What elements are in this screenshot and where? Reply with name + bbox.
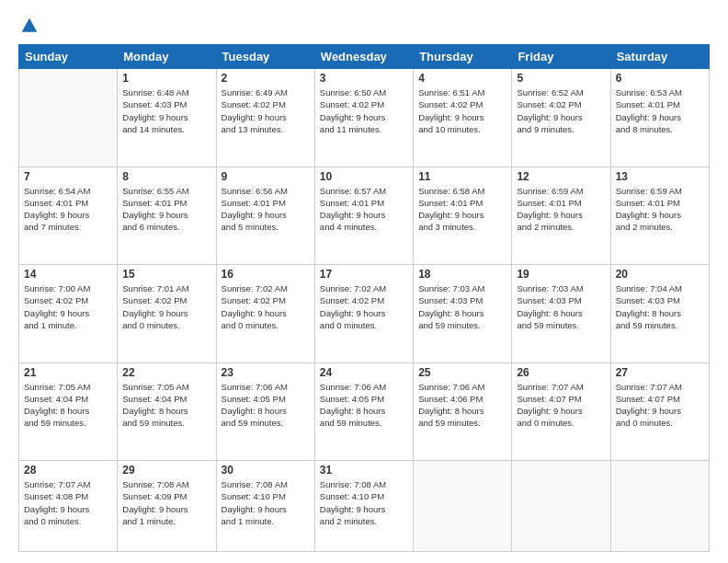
day-info: Sunrise: 7:00 AM Sunset: 4:02 PM Dayligh… xyxy=(24,282,112,331)
calendar-cell: 21Sunrise: 7:05 AM Sunset: 4:04 PM Dayli… xyxy=(19,362,118,461)
day-info: Sunrise: 6:50 AM Sunset: 4:02 PM Dayligh… xyxy=(320,86,408,135)
week-row-5: 28Sunrise: 7:07 AM Sunset: 4:08 PM Dayli… xyxy=(19,461,710,552)
weekday-header-row: SundayMondayTuesdayWednesdayThursdayFrid… xyxy=(19,45,710,69)
weekday-header-thursday: Thursday xyxy=(414,45,512,69)
day-info: Sunrise: 7:03 AM Sunset: 4:03 PM Dayligh… xyxy=(517,282,605,331)
day-number: 16 xyxy=(222,268,310,281)
calendar-cell: 28Sunrise: 7:07 AM Sunset: 4:08 PM Dayli… xyxy=(19,461,118,552)
calendar-cell: 4Sunrise: 6:51 AM Sunset: 4:02 PM Daylig… xyxy=(414,69,512,167)
calendar-table: SundayMondayTuesdayWednesdayThursdayFrid… xyxy=(18,44,710,552)
day-info: Sunrise: 7:01 AM Sunset: 4:02 PM Dayligh… xyxy=(122,282,210,331)
calendar-cell xyxy=(414,461,512,552)
day-number: 29 xyxy=(122,464,210,477)
day-info: Sunrise: 7:04 AM Sunset: 4:03 PM Dayligh… xyxy=(616,282,704,331)
day-number: 27 xyxy=(616,366,704,379)
day-info: Sunrise: 7:06 AM Sunset: 4:05 PM Dayligh… xyxy=(320,381,408,430)
day-number: 31 xyxy=(320,464,408,477)
logo xyxy=(18,17,39,35)
day-info: Sunrise: 6:51 AM Sunset: 4:02 PM Dayligh… xyxy=(418,86,506,135)
calendar-cell: 20Sunrise: 7:04 AM Sunset: 4:03 PM Dayli… xyxy=(610,265,709,363)
day-number: 19 xyxy=(517,268,605,281)
calendar-cell xyxy=(19,69,118,167)
calendar-cell: 22Sunrise: 7:05 AM Sunset: 4:04 PM Dayli… xyxy=(118,362,216,461)
calendar-cell: 19Sunrise: 7:03 AM Sunset: 4:03 PM Dayli… xyxy=(512,265,610,363)
day-info: Sunrise: 7:03 AM Sunset: 4:03 PM Dayligh… xyxy=(418,282,506,331)
day-number: 28 xyxy=(24,464,112,477)
week-row-2: 7Sunrise: 6:54 AM Sunset: 4:01 PM Daylig… xyxy=(19,167,710,265)
day-number: 9 xyxy=(222,170,310,183)
calendar-cell: 29Sunrise: 7:08 AM Sunset: 4:09 PM Dayli… xyxy=(118,461,216,552)
day-info: Sunrise: 7:06 AM Sunset: 4:05 PM Dayligh… xyxy=(222,381,310,430)
day-number: 2 xyxy=(222,72,310,85)
calendar-cell: 25Sunrise: 7:06 AM Sunset: 4:06 PM Dayli… xyxy=(414,362,512,461)
week-row-4: 21Sunrise: 7:05 AM Sunset: 4:04 PM Dayli… xyxy=(19,362,710,461)
calendar-cell: 15Sunrise: 7:01 AM Sunset: 4:02 PM Dayli… xyxy=(118,265,216,363)
day-info: Sunrise: 7:08 AM Sunset: 4:09 PM Dayligh… xyxy=(122,478,210,527)
day-number: 1 xyxy=(122,72,210,85)
day-number: 15 xyxy=(122,268,210,281)
day-info: Sunrise: 6:56 AM Sunset: 4:01 PM Dayligh… xyxy=(222,185,310,234)
weekday-header-monday: Monday xyxy=(118,45,216,69)
calendar-cell: 31Sunrise: 7:08 AM Sunset: 4:10 PM Dayli… xyxy=(314,461,413,552)
day-info: Sunrise: 6:57 AM Sunset: 4:01 PM Dayligh… xyxy=(320,185,408,234)
day-number: 8 xyxy=(122,170,210,183)
day-number: 12 xyxy=(517,170,605,183)
week-row-3: 14Sunrise: 7:00 AM Sunset: 4:02 PM Dayli… xyxy=(19,265,710,363)
day-info: Sunrise: 7:07 AM Sunset: 4:07 PM Dayligh… xyxy=(517,381,605,430)
calendar-cell: 3Sunrise: 6:50 AM Sunset: 4:02 PM Daylig… xyxy=(314,69,413,167)
page: SundayMondayTuesdayWednesdayThursdayFrid… xyxy=(0,0,728,563)
calendar-cell: 17Sunrise: 7:02 AM Sunset: 4:02 PM Dayli… xyxy=(314,265,413,363)
logo-icon xyxy=(20,17,39,35)
weekday-header-sunday: Sunday xyxy=(19,45,118,69)
day-info: Sunrise: 7:06 AM Sunset: 4:06 PM Dayligh… xyxy=(418,381,506,430)
day-number: 6 xyxy=(616,72,704,85)
day-info: Sunrise: 7:02 AM Sunset: 4:02 PM Dayligh… xyxy=(320,282,408,331)
day-info: Sunrise: 7:07 AM Sunset: 4:08 PM Dayligh… xyxy=(24,478,112,527)
calendar-cell: 27Sunrise: 7:07 AM Sunset: 4:07 PM Dayli… xyxy=(610,362,709,461)
svg-marker-0 xyxy=(22,18,38,32)
day-number: 25 xyxy=(418,366,506,379)
weekday-header-tuesday: Tuesday xyxy=(216,45,314,69)
day-info: Sunrise: 7:08 AM Sunset: 4:10 PM Dayligh… xyxy=(320,478,408,527)
calendar-cell xyxy=(512,461,610,552)
day-info: Sunrise: 7:07 AM Sunset: 4:07 PM Dayligh… xyxy=(616,381,704,430)
day-number: 17 xyxy=(320,268,408,281)
day-number: 11 xyxy=(418,170,506,183)
day-info: Sunrise: 7:08 AM Sunset: 4:10 PM Dayligh… xyxy=(222,478,310,527)
day-info: Sunrise: 6:52 AM Sunset: 4:02 PM Dayligh… xyxy=(517,86,605,135)
day-number: 22 xyxy=(122,366,210,379)
weekday-header-saturday: Saturday xyxy=(610,45,709,69)
calendar-cell: 30Sunrise: 7:08 AM Sunset: 4:10 PM Dayli… xyxy=(216,461,314,552)
day-info: Sunrise: 6:49 AM Sunset: 4:02 PM Dayligh… xyxy=(222,86,310,135)
day-info: Sunrise: 7:05 AM Sunset: 4:04 PM Dayligh… xyxy=(24,381,112,430)
day-number: 4 xyxy=(418,72,506,85)
day-info: Sunrise: 6:59 AM Sunset: 4:01 PM Dayligh… xyxy=(517,185,605,234)
calendar-cell: 10Sunrise: 6:57 AM Sunset: 4:01 PM Dayli… xyxy=(314,167,413,265)
day-number: 5 xyxy=(517,72,605,85)
day-number: 21 xyxy=(24,366,112,379)
day-info: Sunrise: 6:55 AM Sunset: 4:01 PM Dayligh… xyxy=(122,185,210,234)
day-number: 10 xyxy=(320,170,408,183)
day-number: 7 xyxy=(24,170,112,183)
calendar-cell: 16Sunrise: 7:02 AM Sunset: 4:02 PM Dayli… xyxy=(216,265,314,363)
weekday-header-friday: Friday xyxy=(512,45,610,69)
calendar-cell: 2Sunrise: 6:49 AM Sunset: 4:02 PM Daylig… xyxy=(216,69,314,167)
calendar-cell: 6Sunrise: 6:53 AM Sunset: 4:01 PM Daylig… xyxy=(610,69,709,167)
day-number: 13 xyxy=(616,170,704,183)
calendar-cell: 8Sunrise: 6:55 AM Sunset: 4:01 PM Daylig… xyxy=(118,167,216,265)
weekday-header-wednesday: Wednesday xyxy=(314,45,413,69)
calendar-cell: 24Sunrise: 7:06 AM Sunset: 4:05 PM Dayli… xyxy=(314,362,413,461)
calendar-cell: 11Sunrise: 6:58 AM Sunset: 4:01 PM Dayli… xyxy=(414,167,512,265)
header xyxy=(18,17,710,35)
day-number: 23 xyxy=(222,366,310,379)
calendar-cell: 9Sunrise: 6:56 AM Sunset: 4:01 PM Daylig… xyxy=(216,167,314,265)
calendar-cell: 1Sunrise: 6:48 AM Sunset: 4:03 PM Daylig… xyxy=(118,69,216,167)
calendar-cell xyxy=(610,461,709,552)
calendar-cell: 12Sunrise: 6:59 AM Sunset: 4:01 PM Dayli… xyxy=(512,167,610,265)
day-info: Sunrise: 7:02 AM Sunset: 4:02 PM Dayligh… xyxy=(222,282,310,331)
day-info: Sunrise: 6:48 AM Sunset: 4:03 PM Dayligh… xyxy=(122,86,210,135)
day-info: Sunrise: 6:54 AM Sunset: 4:01 PM Dayligh… xyxy=(24,185,112,234)
calendar-cell: 14Sunrise: 7:00 AM Sunset: 4:02 PM Dayli… xyxy=(19,265,118,363)
day-info: Sunrise: 6:58 AM Sunset: 4:01 PM Dayligh… xyxy=(418,185,506,234)
day-info: Sunrise: 6:59 AM Sunset: 4:01 PM Dayligh… xyxy=(616,185,704,234)
